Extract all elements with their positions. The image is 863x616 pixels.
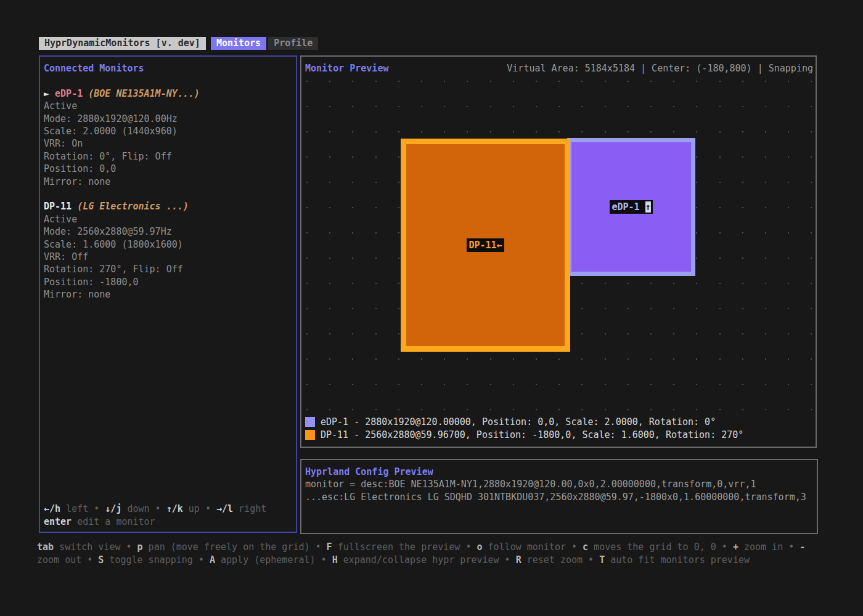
grid-dot bbox=[444, 106, 445, 107]
grid-dot bbox=[719, 257, 721, 259]
legend-color-swatch bbox=[305, 417, 315, 427]
grid-dot bbox=[696, 156, 697, 158]
grid-dot bbox=[581, 409, 583, 410]
grid-dot bbox=[398, 283, 399, 284]
keybind-key: T bbox=[599, 554, 605, 565]
grid-dot bbox=[375, 333, 377, 334]
grid-dot bbox=[398, 308, 399, 309]
monitor-entry-header: DP-11 (LG Electronics ...) bbox=[44, 200, 293, 213]
grid-dot bbox=[719, 81, 721, 82]
grid-dot bbox=[742, 232, 743, 233]
grid-dot bbox=[398, 409, 399, 410]
keybind-description: pan (move freely on the grid) • bbox=[143, 541, 327, 553]
monitor-property: VRR: On bbox=[44, 137, 293, 150]
monitor-entry[interactable]: DP-11 (LG Electronics ...)ActiveMode: 25… bbox=[44, 200, 293, 301]
grid-dot bbox=[673, 283, 674, 284]
keybind-key: ↓/j bbox=[105, 503, 121, 514]
grid-dot bbox=[306, 81, 308, 82]
grid-dot bbox=[742, 257, 743, 259]
monitor-property: VRR: Off bbox=[44, 251, 293, 263]
grid-dot bbox=[306, 333, 308, 334]
grid-dot bbox=[673, 308, 674, 309]
grid-dot bbox=[811, 409, 812, 410]
grid-dot bbox=[742, 308, 743, 309]
keybind-description: zoom in • bbox=[738, 541, 800, 553]
grid-dot bbox=[352, 257, 353, 259]
keybind-description: zoom out • bbox=[37, 554, 98, 565]
grid-dot bbox=[811, 207, 812, 208]
grid-dot bbox=[306, 131, 308, 132]
config-lines: monitor = desc:BOE NE135A1M-NY1,2880x192… bbox=[305, 478, 817, 503]
monitor-list: ► eDP-1 (BOE NE135A1M-NY...)ActiveMode: … bbox=[44, 87, 293, 301]
grid-dot bbox=[421, 131, 422, 132]
grid-dot bbox=[605, 81, 606, 82]
grid-dot bbox=[581, 283, 583, 284]
connected-monitors-title: Connected Monitors bbox=[44, 62, 293, 75]
grid-dot bbox=[375, 182, 377, 183]
grid-dot bbox=[719, 182, 721, 183]
grid-dot bbox=[581, 106, 583, 107]
grid-dot bbox=[581, 359, 583, 360]
tab-monitors[interactable]: Monitors bbox=[211, 37, 266, 50]
keybind-description: down • bbox=[121, 503, 166, 514]
status-bar: tab switch view • p pan (move freely on … bbox=[37, 541, 830, 566]
grid-dot bbox=[398, 81, 399, 82]
monitor-rect-dp-11[interactable]: DP-11← bbox=[401, 139, 570, 352]
tab-profile[interactable]: Profile bbox=[268, 37, 318, 50]
grid-dot bbox=[696, 131, 697, 132]
grid-dot bbox=[352, 308, 353, 309]
grid-dot bbox=[719, 106, 721, 107]
grid-dot bbox=[628, 409, 629, 410]
grid-dot bbox=[536, 131, 537, 132]
grid-dot bbox=[444, 384, 445, 385]
grid-dot bbox=[811, 182, 812, 183]
monitor-name: eDP-1 bbox=[55, 88, 83, 99]
monitor-entry-header: ► eDP-1 (BOE NE135A1M-NY...) bbox=[44, 87, 293, 100]
grid-dot bbox=[329, 131, 330, 132]
grid-dot bbox=[375, 308, 377, 309]
grid-dot bbox=[581, 333, 583, 334]
grid-dot bbox=[788, 359, 789, 360]
grid-dot bbox=[765, 131, 766, 132]
grid-dot bbox=[352, 232, 353, 233]
keybind-help-line: ←/h left • ↓/j down • ↑/k up • →/l right bbox=[44, 503, 293, 515]
preview-canvas[interactable]: eDP-1 ↑DP-11← bbox=[301, 57, 816, 447]
monitor-rect-label: DP-11← bbox=[467, 238, 504, 252]
monitor-list-keybind-help: ←/h left • ↓/j down • ↑/k up • →/l right… bbox=[44, 503, 293, 528]
grid-dot bbox=[742, 409, 743, 410]
grid-dot bbox=[375, 257, 377, 259]
keybind-description: edit a monitor bbox=[72, 516, 155, 527]
grid-dot bbox=[742, 207, 743, 208]
monitor-rect-edp-1[interactable]: eDP-1 ↑ bbox=[567, 138, 695, 276]
keybind-key: ←/h bbox=[44, 503, 60, 514]
grid-dot bbox=[605, 131, 606, 132]
grid-dot bbox=[306, 156, 308, 158]
grid-dot bbox=[628, 106, 629, 107]
grid-dot bbox=[398, 359, 399, 360]
grid-dot bbox=[765, 308, 766, 309]
grid-dot bbox=[811, 359, 812, 360]
grid-dot bbox=[673, 333, 674, 334]
grid-dot bbox=[352, 384, 353, 385]
legend-row: eDP-1 - 2880x1920@120.00000, Position: 0… bbox=[305, 416, 743, 429]
rotation-arrow-icon: ↑ bbox=[645, 201, 651, 213]
grid-dot bbox=[650, 308, 652, 309]
monitor-preview-panel: eDP-1 ↑DP-11← Monitor Preview Virtual Ar… bbox=[300, 55, 817, 448]
monitor-property: Scale: 1.6000 (1800x1600) bbox=[44, 238, 293, 251]
grid-dot bbox=[696, 182, 697, 183]
grid-dot bbox=[811, 283, 812, 284]
keybind-description: apply (ephemeral) • bbox=[215, 554, 332, 565]
monitor-entry[interactable]: ► eDP-1 (BOE NE135A1M-NY...)ActiveMode: … bbox=[44, 87, 293, 188]
grid-dot bbox=[558, 409, 560, 410]
monitor-description: (BOE NE135A1M-NY...) bbox=[83, 88, 200, 99]
grid-dot bbox=[696, 106, 697, 107]
grid-dot bbox=[513, 81, 514, 82]
preview-status-text: Virtual Area: 5184x5184 | Center: (-180,… bbox=[507, 62, 813, 75]
keybind-description: moves the grid to 0, 0 • bbox=[588, 541, 733, 553]
grid-dot bbox=[306, 283, 308, 284]
grid-dot bbox=[398, 333, 399, 334]
grid-dot bbox=[673, 359, 674, 360]
grid-dot bbox=[467, 359, 468, 360]
grid-dot bbox=[352, 131, 353, 132]
grid-dot bbox=[788, 131, 789, 132]
